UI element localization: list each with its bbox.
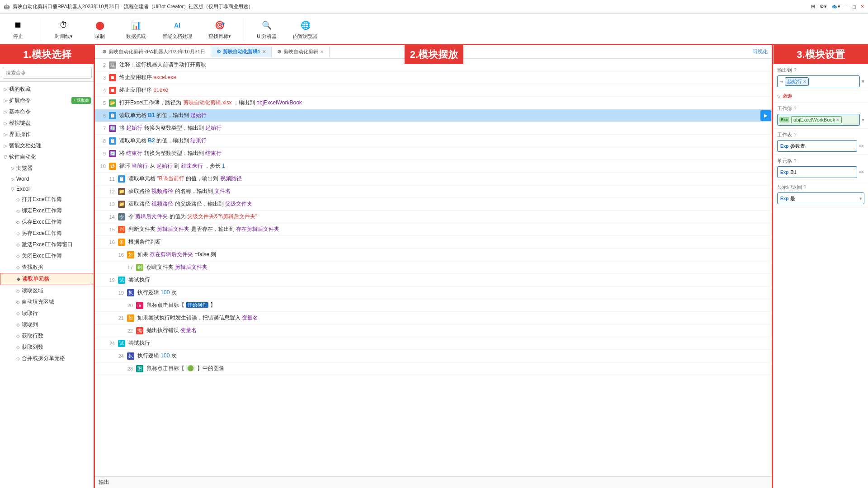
workbook-dropdown-btn[interactable]: ▾: [862, 117, 864, 123]
tab-auto-edit2-close[interactable]: ✕: [320, 49, 324, 54]
tree-item-merge-split[interactable]: ◇ 合并或拆分单元格: [0, 353, 94, 364]
workbook-title-text: 工作簿: [777, 105, 792, 112]
search-input[interactable]: [3, 67, 92, 79]
open-icon: 📂: [109, 99, 116, 107]
tree-item-close-excel[interactable]: ◇ 关闭Excel工作簿: [0, 250, 94, 262]
tree-item-software-auto[interactable]: ▽ 软件自动化: [0, 151, 94, 163]
maximize-btn[interactable]: □: [853, 4, 856, 9]
tree-item-open-excel[interactable]: ◇ 打开Excel工作簿: [0, 194, 94, 205]
code-line-11: 11 📋 读取单元格 "B"&当前行 的值，输出到 视频路径: [95, 173, 773, 185]
tree-item-ui-op[interactable]: ▷ 界面操作: [0, 129, 94, 140]
exec-icon-2: 执: [127, 352, 134, 360]
right-panel-header: 3.模块设置: [774, 45, 868, 64]
expand-required-icon[interactable]: ▽: [777, 94, 781, 99]
mouse-icon-1: 🖱: [136, 302, 143, 309]
tree-item-auto-fill[interactable]: ◇ 自动填充区域: [0, 296, 94, 308]
line-icon-21: 如: [127, 314, 136, 322]
show-return-section-title: 显示即返回 ?: [777, 184, 864, 191]
comment-icon: 注: [109, 61, 116, 69]
tree-item-get-col-count[interactable]: ◇ 获取列数: [0, 342, 94, 353]
tree-item-word[interactable]: ▷ Word: [0, 174, 94, 184]
tree-item-read-row[interactable]: ◇ 读取行: [0, 308, 94, 319]
output-dropdown-btn[interactable]: ▾: [862, 78, 864, 84]
browser-button[interactable]: 🌐 内置浏览器: [289, 17, 321, 42]
tree-item-extend[interactable]: ▷ 扩展命令 + 获取命: [0, 95, 94, 106]
tree-item-ai-text[interactable]: ▷ 智能文档处理: [0, 140, 94, 151]
workbook-tag-close[interactable]: ✕: [836, 117, 840, 122]
close-btn[interactable]: ✕: [860, 4, 864, 9]
cell-edit-btn[interactable]: ✏: [859, 169, 864, 176]
workbook-tag: objExcelWorkBook ✕: [791, 116, 842, 123]
tab-auto-edit2-icon: ⚙: [277, 49, 282, 55]
record-label: 录制: [95, 33, 105, 40]
title-bar-controls[interactable]: ⊞ ⚙▾ 🐟▾ ─ □ ✕: [811, 4, 864, 9]
tree-item-activate-excel[interactable]: ◇ 激活Excel工作簿窗口: [0, 239, 94, 250]
worksheet-help-icon[interactable]: ?: [794, 132, 797, 137]
output-tag-close[interactable]: ✕: [803, 79, 807, 84]
fish-icon[interactable]: 🐟▾: [831, 4, 840, 9]
line-num-3: 3: [95, 75, 108, 80]
settings-icon[interactable]: ⚙▾: [820, 4, 827, 9]
line-num-16: 16: [104, 239, 118, 245]
show-return-help-icon[interactable]: ?: [804, 185, 807, 190]
ui-analyzer-icon: 🔍: [260, 19, 273, 32]
cell-field[interactable]: Exp B1: [777, 166, 857, 178]
output-help-icon[interactable]: ?: [794, 68, 797, 73]
line-num-17: 17: [122, 265, 136, 270]
output-prefix-icon: ⇒: [779, 79, 783, 84]
minimize-btn[interactable]: ─: [845, 4, 849, 9]
line-content-19a: 尝试执行: [127, 276, 773, 284]
line-icon-8: 📋: [108, 137, 118, 145]
line-icon-24b: 执: [127, 352, 136, 360]
output-tag-input[interactable]: ⇒ 起始行 ✕: [777, 75, 860, 87]
tree-item-read-cell[interactable]: ◆ 读取单元格: [0, 273, 94, 285]
worksheet-edit-btn[interactable]: ✏: [859, 142, 864, 150]
tree-item-save-excel[interactable]: ◇ 保存Excel工作簿: [0, 216, 94, 228]
tree-item-bind-excel[interactable]: ◇ 绑定Excel工作簿: [0, 205, 94, 216]
tree-item-favorites[interactable]: ▷ 我的收藏: [0, 84, 94, 95]
tab-main-flow-icon: ⚙: [102, 49, 107, 55]
tab-auto-edit1-close[interactable]: ✕: [262, 49, 266, 54]
line-icon-28: 图: [136, 365, 145, 372]
worksheet-value: 参数表: [790, 143, 805, 150]
code-line-6[interactable]: 6 📋 读取单元格 B1 的值，输出到 起始行 ▶: [95, 109, 773, 122]
data-capture-button[interactable]: 📊 数据抓取: [123, 17, 150, 42]
workbook-tag-input[interactable]: Exc objExcelWorkBook ✕: [777, 114, 860, 126]
ai-text-icon: AI: [171, 19, 184, 32]
tree-item-saveas-excel[interactable]: ◇ 另存Excel工作簿: [0, 228, 94, 239]
stop-button[interactable]: ⏹ 停止: [5, 17, 32, 42]
tree-item-close-excel-label: 关闭Excel工作簿: [22, 252, 62, 260]
cell-help-icon[interactable]: ?: [794, 159, 797, 164]
visible-toggle[interactable]: 可视化: [753, 48, 771, 55]
line-icon-11: 📋: [118, 175, 127, 183]
expand-icon-3: ▷: [4, 109, 7, 114]
timeline-button[interactable]: ⏱ 时间线▾: [50, 17, 77, 42]
show-return-field[interactable]: Exp 是 ▾: [777, 192, 864, 204]
record-button[interactable]: ⬤ 录制: [86, 17, 113, 42]
tab-auto-edit1[interactable]: ⚙ 剪映自动化剪辑1 ✕: [211, 47, 272, 57]
tree-item-find-data[interactable]: ◇ 查找数据: [0, 262, 94, 273]
workbook-help-icon[interactable]: ?: [794, 106, 797, 111]
throw-icon: 抛: [136, 327, 143, 334]
ai-text-button[interactable]: AI 智能文档处理: [159, 17, 196, 42]
tree-item-basic[interactable]: ▷ 基本命令: [0, 106, 94, 117]
code-line-3: 3 ⏹ 终止应用程序 excel.exe: [95, 71, 773, 84]
find-target-button[interactable]: 🎯 查找目标▾: [205, 17, 235, 42]
output-bar: 输出: [95, 476, 773, 488]
tree-item-read-col[interactable]: ◇ 读取列: [0, 319, 94, 330]
tab-main-flow[interactable]: ⚙ 剪映自动化剪辑RPA机器人2023年10月31日: [97, 47, 211, 57]
ui-analyzer-button[interactable]: 🔍 UI分析器: [253, 17, 280, 42]
tree-item-keyboard[interactable]: ▷ 模拟键盘: [0, 117, 94, 129]
right-section-cell: 单元格 ? Exp B1 ✏: [774, 155, 868, 181]
run-line-6-btn[interactable]: ▶: [760, 110, 771, 121]
condition-icon: 条: [118, 239, 125, 246]
tree-item-read-cell-label: 读取单元格: [22, 275, 49, 283]
tree-item-get-row-count[interactable]: ◇ 获取行数: [0, 330, 94, 342]
expand-icon-9: ▷: [11, 177, 14, 182]
worksheet-field[interactable]: Exp 参数表: [777, 140, 857, 152]
tree-item-excel[interactable]: ▽ Excel: [0, 184, 94, 194]
tree-item-read-row-label: 读取行: [22, 310, 38, 317]
tree-item-browser[interactable]: ▷ 浏览器: [0, 163, 94, 174]
tab-auto-edit2[interactable]: ⚙ 剪映自动化剪辑 ✕: [272, 47, 330, 57]
tree-item-read-range[interactable]: ◇ 读取区域: [0, 285, 94, 296]
